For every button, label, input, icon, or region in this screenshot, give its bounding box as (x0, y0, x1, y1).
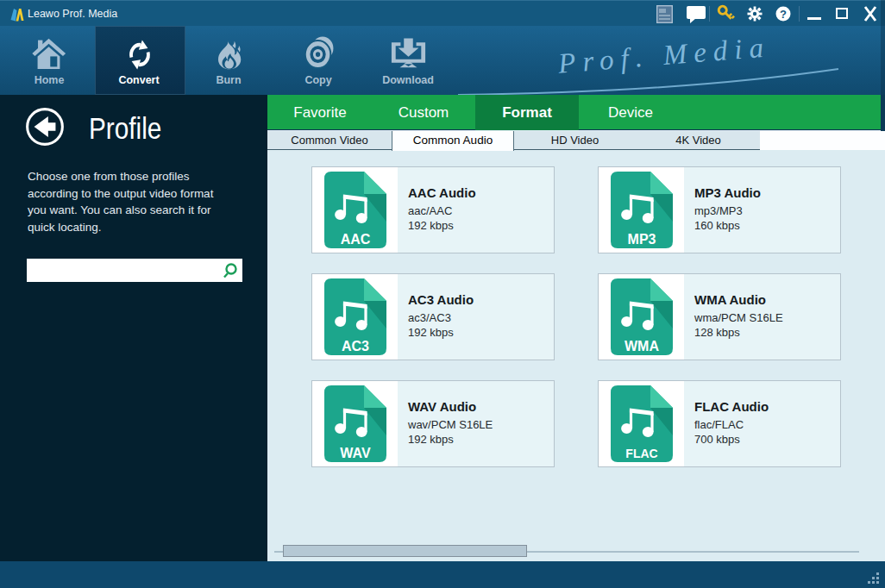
svg-text:WAV: WAV (340, 446, 371, 460)
svg-text:MP3: MP3 (628, 232, 656, 247)
svg-text:FLAC: FLAC (625, 447, 657, 460)
svg-text:WMA: WMA (625, 339, 659, 353)
svg-text:?: ? (780, 8, 787, 21)
svg-text:AAC: AAC (341, 232, 371, 247)
svg-text:AC3: AC3 (342, 339, 369, 353)
